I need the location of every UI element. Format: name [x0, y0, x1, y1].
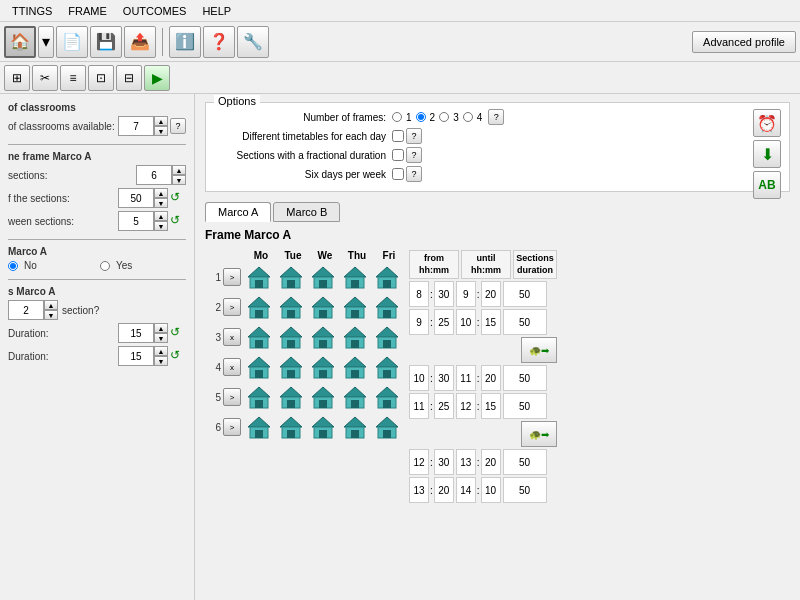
tb2-btn1[interactable]: ⊞: [4, 65, 30, 91]
cell-1-thu[interactable]: [339, 263, 371, 291]
doc-button[interactable]: 📄: [56, 26, 88, 58]
dur1-spinbox[interactable]: 15: [118, 323, 154, 343]
time-5-from-m[interactable]: 30: [434, 449, 454, 475]
row-ctrl-6[interactable]: >: [223, 418, 241, 436]
dur-cell-5[interactable]: 50: [503, 449, 547, 475]
cell-1-we[interactable]: [307, 263, 339, 291]
row-ctrl-4[interactable]: x: [223, 358, 241, 376]
frames-1-radio[interactable]: [392, 112, 402, 122]
upload-button[interactable]: 📤: [124, 26, 156, 58]
time-5-until-m[interactable]: 20: [481, 449, 501, 475]
tb2-btn2[interactable]: ✂: [32, 65, 58, 91]
cell-6-we[interactable]: [307, 413, 339, 441]
dropdown-arrow-button[interactable]: ▾: [38, 26, 54, 58]
time-1-from-h[interactable]: 8: [409, 281, 429, 307]
menu-help[interactable]: HELP: [194, 3, 239, 19]
menu-outcomes[interactable]: OUTCOMES: [115, 3, 195, 19]
dur-cell-4[interactable]: 50: [503, 393, 547, 419]
time-6-from-m[interactable]: 20: [434, 477, 454, 503]
frames-4-radio[interactable]: [463, 112, 473, 122]
cell-6-mo[interactable]: [243, 413, 275, 441]
diff-timetables-checkbox[interactable]: [392, 130, 404, 142]
help-button[interactable]: ❓: [203, 26, 235, 58]
menu-ttings[interactable]: TTINGS: [4, 3, 60, 19]
time-6-from-h[interactable]: 13: [409, 477, 429, 503]
time-2-from-h[interactable]: 9: [409, 309, 429, 335]
duration-refresh-btn[interactable]: ↺: [170, 190, 186, 206]
sections-spin-down[interactable]: ▼: [172, 175, 186, 185]
radio-no[interactable]: [8, 261, 18, 271]
row-ctrl-2[interactable]: >: [223, 298, 241, 316]
dur1-refresh-btn[interactable]: ↺: [170, 325, 186, 341]
dur2-spinbox[interactable]: 15: [118, 346, 154, 366]
advanced-profile-button[interactable]: Advanced profile: [692, 31, 796, 53]
time-5-until-h[interactable]: 13: [456, 449, 476, 475]
tb2-btn5[interactable]: ⊟: [116, 65, 142, 91]
time-3-until-h[interactable]: 11: [456, 365, 476, 391]
cell-5-tue[interactable]: [275, 383, 307, 411]
cell-2-fri[interactable]: [371, 293, 403, 321]
cell-4-fri[interactable]: [371, 353, 403, 381]
classrooms-spin-down[interactable]: ▼: [154, 126, 168, 136]
dur2-spin-down[interactable]: ▼: [154, 356, 168, 366]
time-2-from-m[interactable]: 25: [434, 309, 454, 335]
info-button[interactable]: ℹ️: [169, 26, 201, 58]
tb2-btn4[interactable]: ⊡: [88, 65, 114, 91]
cell-4-we[interactable]: [307, 353, 339, 381]
classrooms-spinbox[interactable]: 7: [118, 116, 154, 136]
row-ctrl-5[interactable]: >: [223, 388, 241, 406]
row-ctrl-3[interactable]: x: [223, 328, 241, 346]
fractional-checkbox[interactable]: [392, 149, 404, 161]
cell-1-tue[interactable]: [275, 263, 307, 291]
duration-spinbox[interactable]: 50: [118, 188, 154, 208]
frames-3-radio[interactable]: [439, 112, 449, 122]
cell-3-mo[interactable]: [243, 323, 275, 351]
time-1-until-h[interactable]: 9: [456, 281, 476, 307]
cell-2-mo[interactable]: [243, 293, 275, 321]
cell-3-tue[interactable]: [275, 323, 307, 351]
time-2-until-h[interactable]: 10: [456, 309, 476, 335]
sections-spinbox[interactable]: 6: [136, 165, 172, 185]
between-spinbox[interactable]: 5: [118, 211, 154, 231]
duration-spin-up[interactable]: ▲: [154, 188, 168, 198]
save-button[interactable]: 💾: [90, 26, 122, 58]
dur-cell-3[interactable]: 50: [503, 365, 547, 391]
opt-icon-ab[interactable]: AB: [753, 171, 781, 199]
diff-timetables-help[interactable]: ?: [406, 128, 422, 144]
cell-6-thu[interactable]: [339, 413, 371, 441]
time-4-from-h[interactable]: 11: [409, 393, 429, 419]
dur1-spin-up[interactable]: ▲: [154, 323, 168, 333]
cell-4-thu[interactable]: [339, 353, 371, 381]
radio-yes[interactable]: [100, 261, 110, 271]
time-3-from-m[interactable]: 30: [434, 365, 454, 391]
cell-5-fri[interactable]: [371, 383, 403, 411]
cell-6-fri[interactable]: [371, 413, 403, 441]
six-days-help[interactable]: ?: [406, 166, 422, 182]
time-5-from-h[interactable]: 12: [409, 449, 429, 475]
time-3-until-m[interactable]: 20: [481, 365, 501, 391]
home-button[interactable]: 🏠: [4, 26, 36, 58]
between-spin-up[interactable]: ▲: [154, 211, 168, 221]
dur-cell-6[interactable]: 50: [503, 477, 547, 503]
time-4-until-h[interactable]: 12: [456, 393, 476, 419]
classrooms-spin-up[interactable]: ▲: [154, 116, 168, 126]
frames-2-radio[interactable]: [416, 112, 426, 122]
marco2-spinbox[interactable]: 2: [8, 300, 44, 320]
duration-spin-down[interactable]: ▼: [154, 198, 168, 208]
tab-marco-b[interactable]: Marco B: [273, 202, 340, 222]
classrooms-help-btn[interactable]: ?: [170, 118, 186, 134]
cell-2-tue[interactable]: [275, 293, 307, 321]
dur2-spin-up[interactable]: ▲: [154, 346, 168, 356]
six-days-checkbox[interactable]: [392, 168, 404, 180]
time-1-until-m[interactable]: 20: [481, 281, 501, 307]
side-icon-2a[interactable]: 🐢➡: [521, 421, 557, 447]
cell-5-mo[interactable]: [243, 383, 275, 411]
cell-3-thu[interactable]: [339, 323, 371, 351]
cell-5-we[interactable]: [307, 383, 339, 411]
play-button[interactable]: ▶: [144, 65, 170, 91]
opt-icon-arrow[interactable]: ⬇: [753, 140, 781, 168]
menu-frame[interactable]: FRAME: [60, 3, 115, 19]
cell-2-we[interactable]: [307, 293, 339, 321]
magic-button[interactable]: 🔧: [237, 26, 269, 58]
row-ctrl-1[interactable]: >: [223, 268, 241, 286]
